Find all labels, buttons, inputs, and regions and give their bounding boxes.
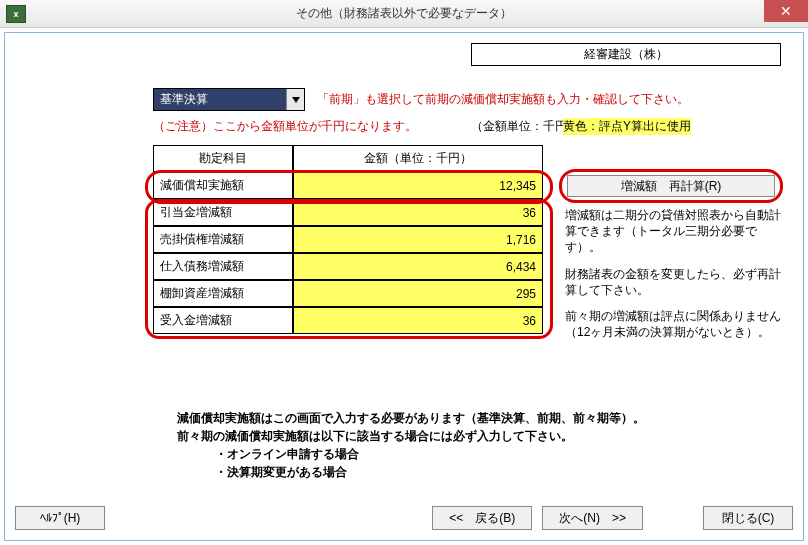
row-label: 棚卸資産増減額 <box>153 280 293 307</box>
row-value[interactable]: 36 <box>293 307 543 334</box>
company-name-box: 経審建設（株） <box>471 43 781 66</box>
main-panel: 経審建設（株） 基準決算 「前期」も選択して前期の減価償却実施額も入力・確認して… <box>4 32 804 541</box>
right-p2: 財務諸表の金額を変更したら、必ず再計算して下さい。 <box>565 266 787 298</box>
bottom-b2: ・決算期変更がある場合 <box>215 463 767 481</box>
close-button[interactable]: 閉じる(C) <box>703 506 793 530</box>
dropdown-icon[interactable] <box>286 89 304 110</box>
recalc-button[interactable]: 増減額 再計算(R) <box>567 175 775 197</box>
row-value[interactable]: 36 <box>293 199 543 226</box>
table-header-amount: 金額（単位：千円） <box>293 145 543 172</box>
row-value[interactable]: 12,345 <box>293 172 543 199</box>
titlebar: x その他（財務諸表以外で必要なデータ） ✕ <box>0 0 808 28</box>
bottom-instructions: 減価償却実施額はこの画面で入力する必要があります（基準決算、前期、前々期等）。 … <box>177 409 767 481</box>
table-row: 減価償却実施額 12,345 <box>153 172 543 199</box>
period-selected-value: 基準決算 <box>154 89 286 110</box>
right-p1: 増減額は二期分の貸借対照表から自動計算できます（トータル三期分必要です）。 <box>565 207 787 256</box>
row-label: 仕入債務増減額 <box>153 253 293 280</box>
help-button[interactable]: ﾍﾙﾌﾟ(H) <box>15 506 105 530</box>
caution-text: （ご注意）ここから金額単位が千円になります。 <box>153 118 417 135</box>
row-label: 売掛債権増減額 <box>153 226 293 253</box>
row-value[interactable]: 6,434 <box>293 253 543 280</box>
row-label: 減価償却実施額 <box>153 172 293 199</box>
right-p3: 前々期の増減額は評点に関係ありません（12ヶ月未満の決算期がないとき）。 <box>565 308 787 340</box>
bottom-l2: 前々期の減価償却実施額は以下に該当する場合には必ず入力して下さい。 <box>177 427 767 445</box>
table-row: 売掛債権増減額 1,716 <box>153 226 543 253</box>
bottom-b1: ・オンライン申請する場合 <box>215 445 767 463</box>
row-label: 受入金増減額 <box>153 307 293 334</box>
back-button[interactable]: << 戻る(B) <box>432 506 532 530</box>
window-close-button[interactable]: ✕ <box>764 0 808 22</box>
table-row: 棚卸資産増減額 295 <box>153 280 543 307</box>
row-value[interactable]: 295 <box>293 280 543 307</box>
period-note: 「前期」も選択して前期の減価償却実施額も入力・確認して下さい。 <box>317 91 689 108</box>
right-help-text: 増減額は二期分の貸借対照表から自動計算できます（トータル三期分必要です）。 財務… <box>565 207 787 350</box>
table-row: 引当金増減額 36 <box>153 199 543 226</box>
caution-row: （ご注意）ここから金額単位が千円になります。 （金額単位：千円） <box>153 118 579 135</box>
row-value[interactable]: 1,716 <box>293 226 543 253</box>
table-header-name: 勘定科目 <box>153 145 293 172</box>
period-row: 基準決算 「前期」も選択して前期の減価償却実施額も入力・確認して下さい。 <box>153 88 689 111</box>
yellow-legend: 黄色：評点Y算出に使用 <box>563 118 691 135</box>
svg-marker-0 <box>292 97 300 103</box>
window-title: その他（財務諸表以外で必要なデータ） <box>0 5 808 22</box>
accounts-table: 勘定科目 金額（単位：千円） 減価償却実施額 12,345 引当金増減額 36 … <box>153 145 543 334</box>
table-row: 仕入債務増減額 6,434 <box>153 253 543 280</box>
table-row: 受入金増減額 36 <box>153 307 543 334</box>
bottom-l1: 減価償却実施額はこの画面で入力する必要があります（基準決算、前期、前々期等）。 <box>177 409 767 427</box>
bottom-button-bar: ﾍﾙﾌﾟ(H) << 戻る(B) 次へ(N) >> 閉じる(C) <box>15 506 793 530</box>
next-button[interactable]: 次へ(N) >> <box>542 506 643 530</box>
period-select[interactable]: 基準決算 <box>153 88 305 111</box>
row-label: 引当金増減額 <box>153 199 293 226</box>
